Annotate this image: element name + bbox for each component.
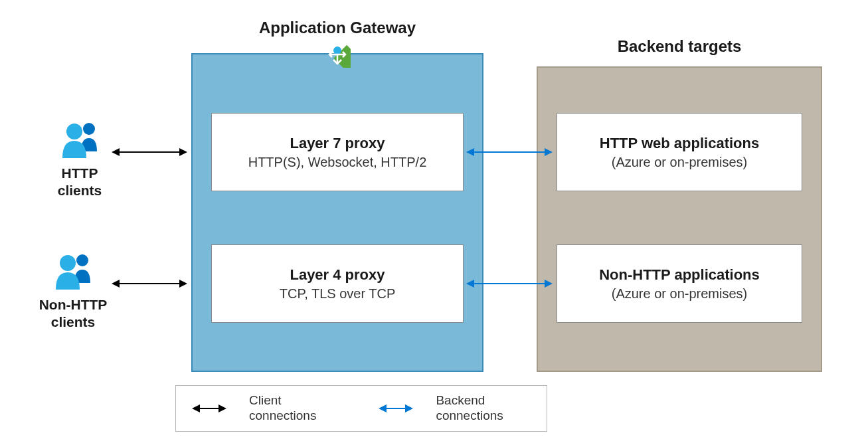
client-arrow-nonhttp <box>113 283 186 284</box>
legend-client-label: Client connections <box>249 393 316 424</box>
http-backend-box: HTTP web applications (Azure or on-premi… <box>557 113 802 191</box>
http-backend-title: HTTP web applications <box>563 135 796 152</box>
layer4-proxy-box: Layer 4 proxy TCP, TLS over TCP <box>211 244 464 323</box>
backend-title: Backend targets <box>537 37 822 56</box>
nonhttp-backend-title: Non-HTTP applications <box>563 266 796 284</box>
backend-arrow-nonhttp <box>468 283 551 284</box>
legend-box: Client connections Backend connections <box>175 385 547 432</box>
diagram-canvas: HTTP clients Non-HTTP clients Applicatio… <box>0 0 868 441</box>
http-clients-label: HTTP clients <box>27 165 133 200</box>
layer7-title: Layer 7 proxy <box>217 135 458 152</box>
backend-arrow-http <box>468 151 551 153</box>
svg-point-2 <box>76 254 88 266</box>
svg-point-5 <box>333 46 341 54</box>
nonhttp-backend-box: Non-HTTP applications (Azure or on-premi… <box>557 244 802 323</box>
app-gateway-icon <box>324 41 351 68</box>
layer4-title: Layer 4 proxy <box>217 266 458 284</box>
nonhttp-backend-sub: (Azure or on-premises) <box>563 286 796 302</box>
nonhttp-clients-label: Non-HTTP clients <box>20 296 126 331</box>
svg-point-0 <box>83 123 95 135</box>
layer4-sub: TCP, TLS over TCP <box>217 286 458 302</box>
client-arrow-http <box>113 151 186 153</box>
backend-container <box>537 66 822 372</box>
svg-point-1 <box>66 124 82 139</box>
legend-backend-arrow <box>376 408 416 409</box>
legend-backend-label: Backend connections <box>436 393 503 424</box>
gateway-title: Application Gateway <box>191 19 483 37</box>
legend-client-arrow <box>189 408 229 409</box>
user-group-icon <box>20 251 126 292</box>
svg-point-3 <box>60 255 76 271</box>
http-clients-block: HTTP clients <box>27 120 133 200</box>
nonhttp-clients-block: Non-HTTP clients <box>20 251 126 331</box>
http-backend-sub: (Azure or on-premises) <box>563 155 796 170</box>
layer7-sub: HTTP(S), Websocket, HTTP/2 <box>217 155 458 170</box>
gateway-container <box>191 53 483 372</box>
layer7-proxy-box: Layer 7 proxy HTTP(S), Websocket, HTTP/2 <box>211 113 464 191</box>
